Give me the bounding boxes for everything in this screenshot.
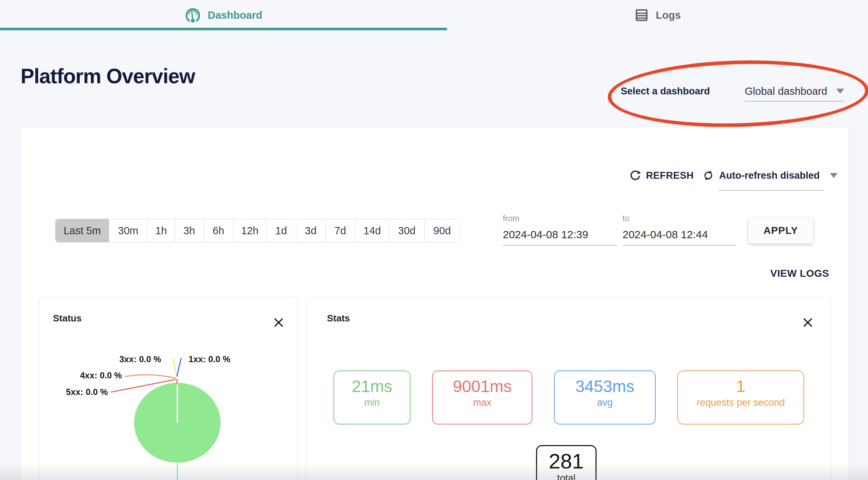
- tab-logs-label: Logs: [656, 9, 681, 21]
- tab-dashboard[interactable]: Dashboard: [0, 0, 447, 30]
- page-title: Platform Overview: [21, 64, 195, 88]
- time-range-button-14d[interactable]: 14d: [355, 219, 389, 243]
- pie-leader-3xx: [173, 358, 177, 377]
- time-range-button-30m[interactable]: 30m: [109, 219, 147, 243]
- stats-row: 21ms min 9001ms max 3453ms avg 1 request…: [307, 370, 831, 425]
- auto-refresh-label: Auto-refresh disabled: [719, 170, 820, 181]
- status-pie-chart: 3xx: 0.0 % 1xx: 0.0 % 4xx: 0.0 % 5xx: 0.…: [40, 297, 297, 480]
- close-icon: [802, 316, 814, 329]
- from-field[interactable]: from 2024-04-08 12:39: [503, 214, 617, 246]
- tab-logs[interactable]: Logs: [447, 0, 868, 30]
- pie-leader-1xx: [177, 358, 181, 377]
- stats-card-close-button[interactable]: [801, 316, 815, 329]
- logs-icon: [634, 8, 649, 23]
- time-range-button-last-5m[interactable]: Last 5m: [55, 219, 109, 243]
- active-tab-underline: [0, 28, 447, 30]
- stat-value: 3453ms: [555, 377, 655, 396]
- stat-box-rps: 1 requests per second: [677, 370, 804, 425]
- view-logs-link[interactable]: VIEW LOGS: [770, 268, 829, 279]
- close-icon: [273, 316, 285, 329]
- stat-value: 1: [678, 377, 803, 396]
- chevron-down-icon: [836, 89, 844, 94]
- to-label: to: [623, 214, 736, 223]
- gauge-icon: [185, 7, 201, 23]
- pie-label-1xx: 1xx: 0.0 %: [189, 354, 230, 364]
- apply-button[interactable]: APPLY: [748, 218, 813, 244]
- stat-label: requests per second: [678, 397, 803, 408]
- stat-box-avg: 3453ms avg: [554, 370, 656, 425]
- to-input[interactable]: 2024-04-08 12:44: [623, 228, 736, 241]
- to-field[interactable]: to 2024-04-08 12:44: [623, 214, 736, 246]
- stat-label: max: [433, 397, 532, 408]
- auto-refresh-select[interactable]: Auto-refresh disabled: [703, 168, 838, 183]
- dashboard-selector-value: Global dashboard: [745, 85, 827, 97]
- stat-value: 9001ms: [433, 377, 532, 396]
- auto-refresh-underline: [718, 190, 824, 191]
- refresh-icon: [629, 170, 641, 181]
- status-card-title: Status: [53, 313, 81, 324]
- time-range-button-1h[interactable]: 1h: [147, 219, 175, 243]
- from-label: from: [503, 214, 617, 223]
- time-range-group: Last 5m 30m 1h 3h 6h 12h 1d 3d 7d 14d 30…: [55, 219, 460, 243]
- stats-card-title: Stats: [327, 313, 350, 324]
- pie-label-4xx: 4xx: 0.0 %: [80, 370, 122, 380]
- from-input[interactable]: 2024-04-08 12:39: [503, 228, 617, 241]
- time-range-button-1d[interactable]: 1d: [266, 219, 296, 243]
- time-range-button-90d[interactable]: 90d: [424, 219, 460, 243]
- time-range-button-30d[interactable]: 30d: [389, 219, 425, 243]
- status-card: 3xx: 0.0 % 1xx: 0.0 % 4xx: 0.0 % 5xx: 0.…: [39, 297, 297, 480]
- chevron-down-icon: [830, 173, 838, 178]
- time-range-button-6h[interactable]: 6h: [203, 219, 234, 243]
- total-label: total: [537, 473, 595, 480]
- time-range-button-3d[interactable]: 3d: [296, 219, 326, 243]
- pie-label-3xx: 3xx: 0.0 %: [119, 354, 161, 364]
- stat-box-total: 281 total: [536, 445, 597, 480]
- refresh-label: REFRESH: [646, 170, 694, 181]
- stat-value: 21ms: [334, 377, 410, 396]
- stats-card: Stats 21ms min 9001ms max 3453ms a: [307, 297, 831, 480]
- pie-label-5xx: 5xx: 0.0 %: [66, 387, 108, 397]
- tab-dashboard-label: Dashboard: [208, 9, 262, 21]
- time-range-button-7d[interactable]: 7d: [325, 219, 355, 243]
- stat-label: min: [334, 397, 410, 408]
- stat-box-max: 9001ms max: [432, 370, 532, 425]
- auto-refresh-icon: [703, 170, 714, 181]
- total-value: 281: [537, 450, 595, 472]
- dashboard-selector[interactable]: Global dashboard: [745, 81, 844, 102]
- time-range-button-3h[interactable]: 3h: [175, 219, 204, 243]
- refresh-button[interactable]: REFRESH: [629, 168, 694, 183]
- dashboard-selector-label: Select a dashboard: [621, 86, 710, 97]
- pie-leader-4xx: [125, 375, 176, 378]
- stat-box-min: 21ms min: [333, 370, 411, 425]
- main-panel: REFRESH Auto-refresh disabled Last 5m 30…: [20, 127, 849, 480]
- time-range-button-12h[interactable]: 12h: [233, 219, 266, 243]
- dashboard-screen: Dashboard Logs Platform Overview Select …: [0, 0, 868, 480]
- stat-label: avg: [555, 397, 655, 408]
- status-card-close-button[interactable]: [272, 316, 285, 329]
